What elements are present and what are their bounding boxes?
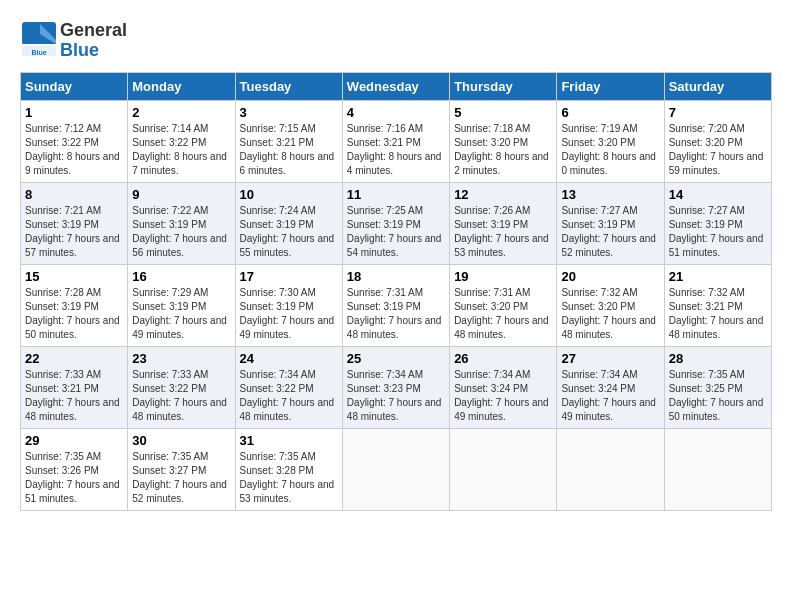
calendar-cell: 21 Sunrise: 7:32 AM Sunset: 3:21 PM Dayl… [664, 265, 771, 347]
day-info: Sunrise: 7:35 AM Sunset: 3:27 PM Dayligh… [132, 450, 230, 506]
week-row-5: 29 Sunrise: 7:35 AM Sunset: 3:26 PM Dayl… [21, 429, 772, 511]
day-number: 26 [454, 351, 552, 366]
page-header: Blue General Blue [20, 20, 772, 62]
calendar-header-row: SundayMondayTuesdayWednesdayThursdayFrid… [21, 73, 772, 101]
logo-icon: Blue [20, 20, 58, 58]
weekday-header-monday: Monday [128, 73, 235, 101]
day-info: Sunrise: 7:27 AM Sunset: 3:19 PM Dayligh… [669, 204, 767, 260]
day-number: 22 [25, 351, 123, 366]
calendar-cell: 22 Sunrise: 7:33 AM Sunset: 3:21 PM Dayl… [21, 347, 128, 429]
day-info: Sunrise: 7:18 AM Sunset: 3:20 PM Dayligh… [454, 122, 552, 178]
day-info: Sunrise: 7:34 AM Sunset: 3:23 PM Dayligh… [347, 368, 445, 424]
day-number: 21 [669, 269, 767, 284]
calendar-cell: 18 Sunrise: 7:31 AM Sunset: 3:19 PM Dayl… [342, 265, 449, 347]
day-number: 3 [240, 105, 338, 120]
day-info: Sunrise: 7:19 AM Sunset: 3:20 PM Dayligh… [561, 122, 659, 178]
day-number: 5 [454, 105, 552, 120]
calendar-cell: 20 Sunrise: 7:32 AM Sunset: 3:20 PM Dayl… [557, 265, 664, 347]
day-info: Sunrise: 7:35 AM Sunset: 3:25 PM Dayligh… [669, 368, 767, 424]
day-info: Sunrise: 7:34 AM Sunset: 3:22 PM Dayligh… [240, 368, 338, 424]
calendar-cell: 28 Sunrise: 7:35 AM Sunset: 3:25 PM Dayl… [664, 347, 771, 429]
day-number: 11 [347, 187, 445, 202]
calendar-cell: 13 Sunrise: 7:27 AM Sunset: 3:19 PM Dayl… [557, 183, 664, 265]
calendar-cell: 8 Sunrise: 7:21 AM Sunset: 3:19 PM Dayli… [21, 183, 128, 265]
day-number: 12 [454, 187, 552, 202]
calendar-cell: 19 Sunrise: 7:31 AM Sunset: 3:20 PM Dayl… [450, 265, 557, 347]
logo-general: General [60, 21, 127, 41]
day-number: 13 [561, 187, 659, 202]
day-number: 9 [132, 187, 230, 202]
day-number: 28 [669, 351, 767, 366]
weekday-header-thursday: Thursday [450, 73, 557, 101]
day-number: 15 [25, 269, 123, 284]
day-info: Sunrise: 7:29 AM Sunset: 3:19 PM Dayligh… [132, 286, 230, 342]
day-info: Sunrise: 7:30 AM Sunset: 3:19 PM Dayligh… [240, 286, 338, 342]
day-info: Sunrise: 7:33 AM Sunset: 3:21 PM Dayligh… [25, 368, 123, 424]
day-number: 16 [132, 269, 230, 284]
day-info: Sunrise: 7:24 AM Sunset: 3:19 PM Dayligh… [240, 204, 338, 260]
calendar-cell: 12 Sunrise: 7:26 AM Sunset: 3:19 PM Dayl… [450, 183, 557, 265]
weekday-header-sunday: Sunday [21, 73, 128, 101]
day-number: 1 [25, 105, 123, 120]
day-info: Sunrise: 7:32 AM Sunset: 3:20 PM Dayligh… [561, 286, 659, 342]
calendar-cell: 25 Sunrise: 7:34 AM Sunset: 3:23 PM Dayl… [342, 347, 449, 429]
day-number: 17 [240, 269, 338, 284]
svg-text:Blue: Blue [31, 49, 46, 56]
calendar-cell: 5 Sunrise: 7:18 AM Sunset: 3:20 PM Dayli… [450, 101, 557, 183]
calendar-cell: 23 Sunrise: 7:33 AM Sunset: 3:22 PM Dayl… [128, 347, 235, 429]
day-info: Sunrise: 7:35 AM Sunset: 3:26 PM Dayligh… [25, 450, 123, 506]
calendar-cell: 26 Sunrise: 7:34 AM Sunset: 3:24 PM Dayl… [450, 347, 557, 429]
day-number: 27 [561, 351, 659, 366]
calendar-cell: 10 Sunrise: 7:24 AM Sunset: 3:19 PM Dayl… [235, 183, 342, 265]
day-info: Sunrise: 7:12 AM Sunset: 3:22 PM Dayligh… [25, 122, 123, 178]
week-row-1: 1 Sunrise: 7:12 AM Sunset: 3:22 PM Dayli… [21, 101, 772, 183]
calendar-cell [342, 429, 449, 511]
day-number: 10 [240, 187, 338, 202]
day-info: Sunrise: 7:34 AM Sunset: 3:24 PM Dayligh… [561, 368, 659, 424]
day-number: 20 [561, 269, 659, 284]
calendar-cell: 11 Sunrise: 7:25 AM Sunset: 3:19 PM Dayl… [342, 183, 449, 265]
calendar-cell: 31 Sunrise: 7:35 AM Sunset: 3:28 PM Dayl… [235, 429, 342, 511]
calendar-cell: 6 Sunrise: 7:19 AM Sunset: 3:20 PM Dayli… [557, 101, 664, 183]
calendar-cell: 27 Sunrise: 7:34 AM Sunset: 3:24 PM Dayl… [557, 347, 664, 429]
day-info: Sunrise: 7:32 AM Sunset: 3:21 PM Dayligh… [669, 286, 767, 342]
day-number: 18 [347, 269, 445, 284]
day-info: Sunrise: 7:27 AM Sunset: 3:19 PM Dayligh… [561, 204, 659, 260]
day-info: Sunrise: 7:15 AM Sunset: 3:21 PM Dayligh… [240, 122, 338, 178]
day-number: 7 [669, 105, 767, 120]
calendar-cell: 29 Sunrise: 7:35 AM Sunset: 3:26 PM Dayl… [21, 429, 128, 511]
day-number: 4 [347, 105, 445, 120]
day-number: 31 [240, 433, 338, 448]
day-info: Sunrise: 7:31 AM Sunset: 3:19 PM Dayligh… [347, 286, 445, 342]
day-info: Sunrise: 7:33 AM Sunset: 3:22 PM Dayligh… [132, 368, 230, 424]
calendar-cell: 4 Sunrise: 7:16 AM Sunset: 3:21 PM Dayli… [342, 101, 449, 183]
logo-blue: Blue [60, 41, 127, 61]
day-info: Sunrise: 7:26 AM Sunset: 3:19 PM Dayligh… [454, 204, 552, 260]
calendar-cell: 7 Sunrise: 7:20 AM Sunset: 3:20 PM Dayli… [664, 101, 771, 183]
calendar-table: SundayMondayTuesdayWednesdayThursdayFrid… [20, 72, 772, 511]
day-info: Sunrise: 7:35 AM Sunset: 3:28 PM Dayligh… [240, 450, 338, 506]
weekday-header-saturday: Saturday [664, 73, 771, 101]
day-number: 8 [25, 187, 123, 202]
week-row-4: 22 Sunrise: 7:33 AM Sunset: 3:21 PM Dayl… [21, 347, 772, 429]
calendar-cell: 16 Sunrise: 7:29 AM Sunset: 3:19 PM Dayl… [128, 265, 235, 347]
day-number: 14 [669, 187, 767, 202]
day-info: Sunrise: 7:25 AM Sunset: 3:19 PM Dayligh… [347, 204, 445, 260]
day-info: Sunrise: 7:31 AM Sunset: 3:20 PM Dayligh… [454, 286, 552, 342]
weekday-header-tuesday: Tuesday [235, 73, 342, 101]
day-number: 2 [132, 105, 230, 120]
calendar-cell [450, 429, 557, 511]
calendar-cell [664, 429, 771, 511]
day-info: Sunrise: 7:20 AM Sunset: 3:20 PM Dayligh… [669, 122, 767, 178]
day-number: 30 [132, 433, 230, 448]
day-number: 19 [454, 269, 552, 284]
calendar-cell [557, 429, 664, 511]
calendar-cell: 14 Sunrise: 7:27 AM Sunset: 3:19 PM Dayl… [664, 183, 771, 265]
calendar-cell: 17 Sunrise: 7:30 AM Sunset: 3:19 PM Dayl… [235, 265, 342, 347]
calendar-cell: 9 Sunrise: 7:22 AM Sunset: 3:19 PM Dayli… [128, 183, 235, 265]
calendar-cell: 24 Sunrise: 7:34 AM Sunset: 3:22 PM Dayl… [235, 347, 342, 429]
day-number: 29 [25, 433, 123, 448]
day-info: Sunrise: 7:21 AM Sunset: 3:19 PM Dayligh… [25, 204, 123, 260]
day-number: 6 [561, 105, 659, 120]
calendar-cell: 1 Sunrise: 7:12 AM Sunset: 3:22 PM Dayli… [21, 101, 128, 183]
